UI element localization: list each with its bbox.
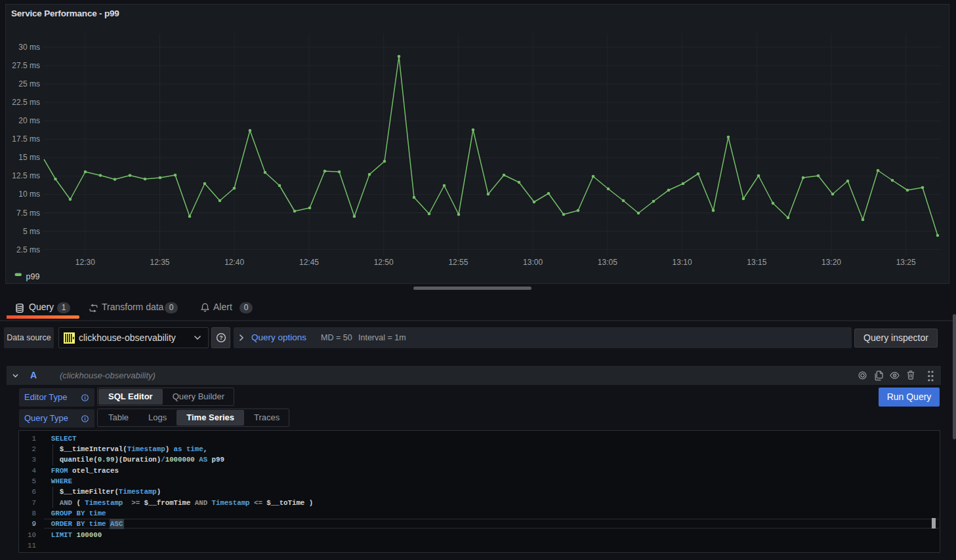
svg-text:13:25: 13:25: [896, 258, 916, 267]
svg-text:13:00: 13:00: [523, 258, 543, 267]
svg-text:27.5 ms: 27.5 ms: [12, 61, 40, 70]
svg-text:7.5 ms: 7.5 ms: [16, 209, 40, 218]
svg-text:22.5 ms: 22.5 ms: [12, 98, 40, 107]
svg-text:17.5 ms: 17.5 ms: [12, 134, 40, 144]
svg-text:12.5 ms: 12.5 ms: [12, 171, 40, 180]
svg-text:12:45: 12:45: [299, 258, 319, 267]
svg-text:30 ms: 30 ms: [18, 43, 40, 52]
svg-text:13:20: 13:20: [821, 258, 841, 267]
svg-text:15 ms: 15 ms: [18, 153, 40, 162]
svg-text:12:40: 12:40: [224, 258, 244, 267]
svg-text:13:10: 13:10: [673, 258, 692, 267]
svg-text:13:15: 13:15: [747, 258, 766, 267]
svg-text:12:50: 12:50: [374, 258, 394, 267]
svg-text:10 ms: 10 ms: [18, 190, 40, 199]
svg-text:20 ms: 20 ms: [18, 116, 40, 125]
svg-text:25 ms: 25 ms: [18, 79, 40, 89]
svg-text:p99: p99: [26, 272, 40, 281]
svg-text:12:35: 12:35: [150, 258, 169, 267]
svg-text:12:55: 12:55: [448, 258, 468, 267]
svg-text:13:05: 13:05: [598, 258, 617, 267]
svg-text:5 ms: 5 ms: [23, 227, 40, 236]
svg-text:?: ?: [219, 334, 223, 341]
svg-text:2.5 ms: 2.5 ms: [16, 245, 40, 254]
svg-text:12:30: 12:30: [75, 258, 95, 267]
